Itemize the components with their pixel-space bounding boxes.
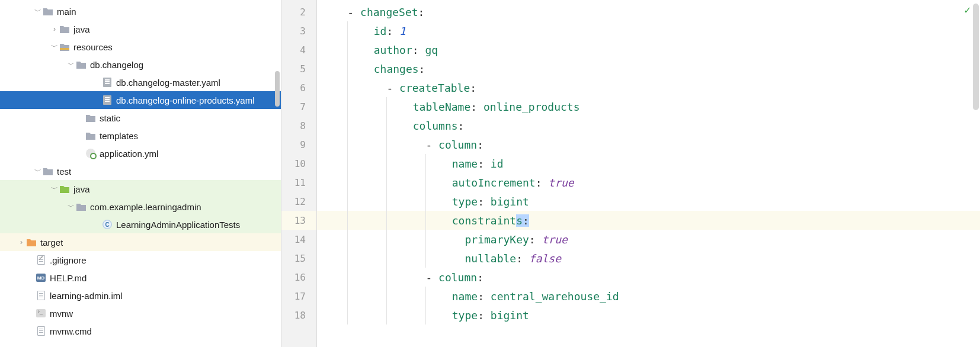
tree-label: templates	[100, 131, 138, 141]
tree-file-tests-java[interactable]: C LearningAdminApplicationTests	[0, 216, 281, 233]
folder-icon	[85, 130, 96, 141]
tree-label: resources	[73, 42, 113, 52]
tree-label: HELP.md	[50, 273, 87, 283]
code-line[interactable]: nullable: false	[317, 249, 980, 268]
tree-file-help-md[interactable]: MD HELP.md	[0, 269, 281, 287]
editor-scrollbar-thumb[interactable]	[973, 4, 979, 110]
editor-gutter[interactable]: 23456789101112131415161718	[281, 0, 317, 347]
tree-label: java	[73, 24, 90, 34]
gutter-line-number[interactable]: 14	[281, 230, 316, 249]
tree-label: mvnw.cmd	[50, 326, 92, 336]
tree-label: target	[40, 237, 63, 248]
chevron-down-icon: ﹀	[33, 166, 43, 176]
gutter-line-number[interactable]: 15	[281, 249, 316, 268]
yaml-file-icon	[102, 95, 113, 105]
gutter-line-number[interactable]: 2	[281, 2, 316, 21]
tree-label: com.example.learningadmin	[90, 202, 201, 212]
tree-folder-static[interactable]: static	[0, 109, 281, 127]
svg-rect-0	[60, 48, 69, 50]
spring-config-icon	[85, 148, 96, 159]
tree-label: test	[57, 166, 71, 176]
chevron-down-icon: ﹀	[66, 202, 76, 212]
resources-folder-icon	[59, 41, 70, 52]
tree-label: db.changelog-master.yaml	[116, 78, 220, 88]
tree-file-master-yaml[interactable]: db.changelog-master.yaml	[0, 73, 281, 91]
chevron-down-icon: ﹀	[50, 42, 59, 52]
tree-folder-resources[interactable]: ﹀ resources	[0, 38, 281, 56]
tree-folder-test[interactable]: ﹀ test	[0, 162, 281, 180]
tree-label: static	[100, 113, 120, 123]
folder-icon	[59, 24, 70, 34]
code-line[interactable]: autoIncrement: true	[317, 173, 980, 192]
tree-label: db.changelog-online-products.yaml	[116, 95, 254, 105]
chevron-right-icon: ›	[17, 238, 26, 246]
gutter-line-number[interactable]: 16	[281, 268, 316, 287]
gutter-line-number[interactable]: 7	[281, 97, 316, 116]
code-line[interactable]: id: 1	[317, 21, 980, 40]
chevron-right-icon: ›	[50, 25, 59, 33]
tree-folder-target[interactable]: › target	[0, 233, 281, 251]
text-file-icon	[36, 326, 46, 336]
tree-folder-templates[interactable]: templates	[0, 127, 281, 144]
gutter-line-number[interactable]: 5	[281, 59, 316, 78]
code-line[interactable]: changes:	[317, 59, 980, 78]
gutter-line-number[interactable]: 11	[281, 173, 316, 192]
tree-label: application.yml	[100, 149, 158, 159]
tree-folder-java[interactable]: › java	[0, 20, 281, 38]
shell-file-icon	[36, 308, 46, 319]
tree-file-application-yml[interactable]: application.yml	[0, 144, 281, 162]
gutter-line-number[interactable]: 4	[281, 40, 316, 59]
gutter-line-number[interactable]: 10	[281, 154, 316, 173]
tree-label: learning-admin.iml	[50, 291, 123, 301]
tree-file-online-products-yaml[interactable]: db.changelog-online-products.yaml	[0, 91, 281, 109]
gutter-line-number[interactable]: 9	[281, 135, 316, 154]
gitignore-file-icon	[36, 255, 46, 265]
tree-folder-test-java[interactable]: ﹀ java	[0, 180, 281, 198]
tree-label: LearningAdminApplicationTests	[116, 220, 240, 230]
tree-scrollbar-thumb[interactable]	[275, 71, 280, 107]
code-line[interactable]: columns:	[317, 116, 980, 135]
package-icon	[76, 201, 87, 212]
folder-icon	[85, 113, 96, 123]
code-line[interactable]: author: gq	[317, 40, 980, 59]
tree-label: db.changelog	[90, 60, 143, 70]
tree-file-mvnw-cmd[interactable]: mvnw.cmd	[0, 322, 281, 340]
code-line[interactable]: name: id	[317, 154, 980, 173]
code-line[interactable]: - column:	[317, 268, 980, 287]
inspection-ok-icon[interactable]: ✓	[964, 4, 971, 16]
folder-icon	[76, 59, 87, 70]
java-class-icon: C	[102, 219, 113, 230]
tree-package[interactable]: ﹀ com.example.learningadmin	[0, 198, 281, 216]
gutter-line-number[interactable]: 17	[281, 287, 316, 306]
tree-label: mvnw	[50, 309, 73, 319]
tree-file-iml[interactable]: learning-admin.iml	[0, 287, 281, 304]
editor-scrollbar[interactable]	[973, 4, 979, 342]
test-folder-icon	[59, 184, 70, 194]
gutter-line-number[interactable]: 12	[281, 192, 316, 211]
tree-folder-main[interactable]: ﹀ main	[0, 2, 281, 20]
tree-file-mvnw[interactable]: mvnw	[0, 304, 281, 322]
gutter-line-number[interactable]: 18	[281, 306, 316, 324]
yaml-file-icon	[102, 77, 113, 88]
markdown-file-icon: MD	[36, 272, 46, 283]
code-line[interactable]: tableName: online_products	[317, 97, 980, 116]
code-editor[interactable]: ✓ - changeSet: id: 1 author: gq changes:…	[317, 0, 980, 347]
tree-folder-dbchangelog[interactable]: ﹀ db.changelog	[0, 56, 281, 73]
code-line[interactable]: type: bigint	[317, 306, 980, 324]
gutter-line-number[interactable]: 6	[281, 78, 316, 97]
project-tree[interactable]: ﹀ main › java ﹀ resources ﹀ db.changelog…	[0, 0, 281, 347]
tree-label: main	[57, 7, 76, 17]
code-line[interactable]: - createTable:	[317, 78, 980, 97]
gutter-line-number[interactable]: 3	[281, 21, 316, 40]
chevron-down-icon: ﹀	[33, 7, 43, 17]
code-line[interactable]: primaryKey: true	[317, 230, 980, 249]
gutter-line-number[interactable]: 13	[281, 211, 316, 230]
iml-file-icon	[36, 290, 46, 301]
gutter-line-number[interactable]: 8	[281, 116, 316, 135]
code-line[interactable]: name: central_warehouse_id	[317, 287, 980, 306]
tree-file-gitignore[interactable]: .gitignore	[0, 251, 281, 269]
code-line[interactable]: - column:	[317, 135, 980, 154]
code-line[interactable]: type: bigint	[317, 192, 980, 211]
code-line[interactable]: - changeSet:	[317, 2, 980, 21]
code-line-current[interactable]: constraints:	[317, 211, 980, 230]
